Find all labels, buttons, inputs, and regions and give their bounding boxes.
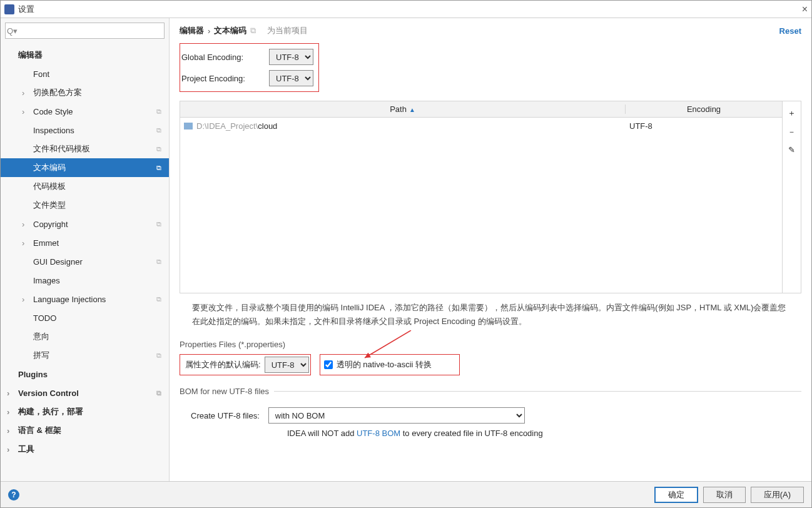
copy-icon: ⧉ bbox=[250, 26, 256, 36]
settings-tree: 编辑器 Font›切换配色方案›Code Style⧉Inspections⧉文… bbox=[1, 43, 169, 481]
sidebar-item-4[interactable]: 文件和代码模板⧉ bbox=[1, 140, 169, 158]
global-encoding-label: Global Encoding: bbox=[181, 53, 263, 62]
create-utf8-label: Create UTF-8 files: bbox=[191, 411, 260, 420]
breadcrumb-scope: 为当前项目 bbox=[267, 25, 308, 36]
breadcrumb-root[interactable]: 编辑器 bbox=[180, 25, 204, 36]
bom-note: IDEA will NOT add UTF-8 BOM to every cre… bbox=[180, 429, 801, 438]
apply-button[interactable]: 应用(A) bbox=[751, 487, 804, 503]
encoding-table: Path▲ Encoding D:\IDEA_Project\cloudUTF-… bbox=[180, 101, 801, 293]
chevron-right-icon: › bbox=[7, 407, 14, 417]
sidebar-item-6[interactable]: 代码模板 bbox=[1, 177, 169, 196]
copy-icon: ⧉ bbox=[156, 258, 161, 266]
chevron-right-icon: › bbox=[22, 88, 29, 98]
copy-icon: ⧉ bbox=[156, 108, 161, 116]
sidebar-item-5[interactable]: 文本编码⧉ bbox=[1, 158, 169, 177]
properties-encoding-select[interactable]: UTF-8 bbox=[265, 357, 309, 373]
chevron-right-icon: › bbox=[22, 238, 29, 248]
remove-row-icon[interactable]: － bbox=[788, 126, 796, 138]
sidebar-item-7[interactable]: 文件类型 bbox=[1, 196, 169, 215]
sidebar-item-1[interactable]: ›切换配色方案 bbox=[1, 83, 169, 102]
search-input[interactable] bbox=[5, 23, 165, 39]
chevron-right-icon: › bbox=[7, 426, 14, 435]
table-header-encoding[interactable]: Encoding bbox=[626, 104, 782, 114]
copy-icon: ⧉ bbox=[156, 164, 161, 172]
dialog-footer: ? 确定 取消 应用(A) bbox=[1, 481, 811, 507]
sidebar-item-0[interactable]: Font bbox=[1, 64, 169, 83]
bom-section: BOM for new UTF-8 files Create UTF-8 fil… bbox=[180, 387, 801, 438]
app-logo-icon bbox=[4, 4, 14, 14]
close-icon[interactable]: × bbox=[802, 4, 808, 15]
properties-encoding-label: 属性文件的默认编码: bbox=[181, 359, 265, 370]
sidebar-item-15[interactable]: 拼写⧉ bbox=[1, 346, 169, 365]
sidebar-root-2[interactable]: ›构建，执行，部署 bbox=[1, 402, 169, 421]
add-row-icon[interactable]: ＋ bbox=[788, 108, 796, 119]
breadcrumb-current: 文本编码 bbox=[214, 25, 246, 36]
copy-icon: ⧉ bbox=[156, 295, 161, 303]
reset-link[interactable]: Reset bbox=[779, 26, 801, 36]
sidebar-item-14[interactable]: 意向 bbox=[1, 327, 169, 346]
native-ascii-checkbox[interactable] bbox=[324, 360, 333, 369]
window-title: 设置 bbox=[18, 4, 34, 15]
settings-sidebar: Q▾ 编辑器 Font›切换配色方案›Code Style⧉Inspection… bbox=[1, 18, 170, 481]
ok-button[interactable]: 确定 bbox=[654, 487, 698, 503]
project-encoding-select[interactable]: UTF-8 bbox=[269, 70, 313, 86]
properties-encoding-box: 属性文件的默认编码: UTF-8 bbox=[180, 354, 311, 375]
chevron-right-icon: › bbox=[22, 107, 29, 116]
edit-row-icon[interactable]: ✎ bbox=[788, 145, 795, 155]
sidebar-root-0[interactable]: Plugins bbox=[1, 365, 169, 384]
sidebar-item-9[interactable]: ›Emmet bbox=[1, 233, 169, 252]
sidebar-item-12[interactable]: ›Language Injections⧉ bbox=[1, 290, 169, 308]
copy-icon: ⧉ bbox=[156, 352, 161, 360]
copy-icon: ⧉ bbox=[156, 126, 161, 135]
encoding-description: 要更改文件，目录或整个项目使用的编码 IntelliJ IDEA ，添加它的路径… bbox=[180, 293, 801, 336]
copy-icon: ⧉ bbox=[156, 220, 161, 228]
cancel-button[interactable]: 取消 bbox=[703, 487, 746, 503]
chevron-right-icon: › bbox=[22, 220, 29, 229]
bom-legend: BOM for new UTF-8 files bbox=[180, 387, 274, 396]
copy-icon: ⧉ bbox=[156, 389, 161, 397]
sidebar-item-3[interactable]: Inspections⧉ bbox=[1, 121, 169, 140]
title-bar: 设置 × bbox=[1, 1, 811, 18]
properties-section-title: Properties Files (*.properties) bbox=[180, 340, 801, 349]
project-encoding-label: Project Encoding: bbox=[181, 74, 263, 83]
chevron-right-icon: › bbox=[22, 295, 29, 304]
utf8-bom-link[interactable]: UTF-8 BOM bbox=[357, 429, 400, 438]
native-ascii-box: 透明的 native-to-ascii 转换 bbox=[320, 354, 460, 375]
encoding-highlight-box: Global Encoding: UTF-8 Project Encoding:… bbox=[180, 43, 319, 92]
sidebar-item-8[interactable]: ›Copyright⧉ bbox=[1, 215, 169, 233]
tree-section-editor: 编辑器 bbox=[1, 46, 169, 64]
sidebar-root-1[interactable]: ›Version Control⧉ bbox=[1, 384, 169, 402]
chevron-right-icon: › bbox=[7, 445, 14, 454]
sidebar-root-4[interactable]: ›工具 bbox=[1, 440, 169, 459]
table-header-path[interactable]: Path▲ bbox=[180, 104, 626, 114]
chevron-right-icon: › bbox=[208, 26, 210, 36]
search-icon: Q▾ bbox=[7, 26, 18, 36]
native-ascii-label: 透明的 native-to-ascii 转换 bbox=[337, 359, 432, 370]
sidebar-item-10[interactable]: GUI Designer⧉ bbox=[1, 252, 169, 271]
global-encoding-select[interactable]: UTF-8 bbox=[269, 49, 313, 65]
sort-asc-icon: ▲ bbox=[409, 106, 415, 113]
sidebar-item-13[interactable]: TODO bbox=[1, 308, 169, 327]
create-utf8-select[interactable]: with NO BOM bbox=[268, 407, 525, 424]
help-icon[interactable]: ? bbox=[8, 489, 19, 500]
table-row[interactable]: D:\IDEA_Project\cloudUTF-8 bbox=[180, 118, 782, 134]
copy-icon: ⧉ bbox=[156, 145, 161, 153]
chevron-right-icon: › bbox=[7, 389, 14, 398]
breadcrumb: 编辑器 › 文本编码 ⧉ 为当前项目 Reset bbox=[170, 18, 811, 43]
sidebar-root-3[interactable]: ›语言 & 框架 bbox=[1, 421, 169, 440]
folder-icon bbox=[184, 123, 193, 130]
sidebar-item-11[interactable]: Images bbox=[1, 271, 169, 290]
sidebar-item-2[interactable]: ›Code Style⧉ bbox=[1, 102, 169, 121]
